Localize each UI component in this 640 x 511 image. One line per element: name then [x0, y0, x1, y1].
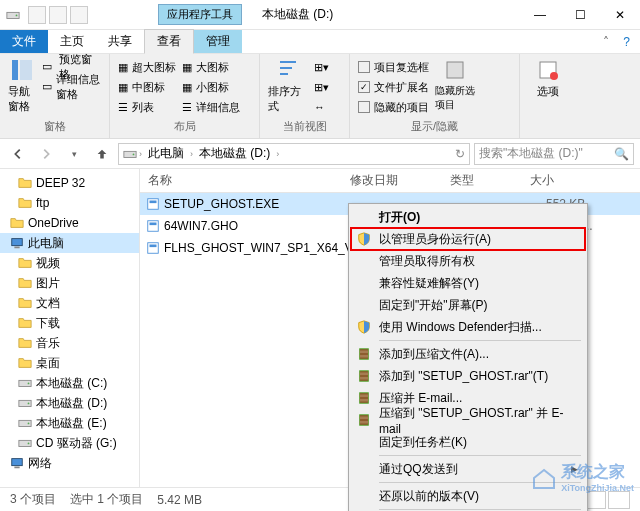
hide-selected-button[interactable]: 隐藏所选项目 — [435, 58, 475, 112]
col-size: 大小 — [530, 172, 640, 189]
svg-rect-11 — [447, 62, 463, 78]
tree-item[interactable]: 图片 — [0, 273, 139, 293]
tab-file[interactable]: 文件 — [0, 30, 48, 53]
layout-s-icons[interactable]: ▦小图标 — [182, 78, 240, 96]
qat-btn[interactable] — [49, 6, 67, 24]
nav-pane-icon — [10, 58, 34, 82]
qat-btn[interactable] — [28, 6, 46, 24]
column-headers[interactable]: 名称 修改日期 类型 大小 — [140, 169, 640, 193]
menu-item[interactable]: 添加到 "SETUP_GHOST.rar"(T) — [351, 365, 585, 387]
group-by[interactable]: ⊞▾ — [314, 58, 329, 76]
status-selected: 选中 1 个项目 — [70, 491, 143, 508]
tree-item[interactable]: ftp — [0, 193, 139, 213]
options-icon — [536, 58, 560, 82]
layout-xl-icons[interactable]: ▦超大图标 — [118, 58, 176, 76]
group-showhide-label: 显示/隐藏 — [358, 119, 511, 134]
group-layout-label: 布局 — [118, 119, 251, 134]
menu-item[interactable]: 固定到"开始"屏幕(P) — [351, 294, 585, 316]
hide-icon — [443, 58, 467, 82]
menu-item[interactable]: 以管理员身份运行(A) — [351, 228, 585, 250]
drive-icon — [18, 376, 32, 390]
refresh-icon[interactable]: ↻ — [455, 147, 465, 161]
svg-point-13 — [550, 72, 558, 80]
tree-item[interactable]: 本地磁盘 (C:) — [0, 373, 139, 393]
menu-item[interactable]: 使用 Windows Defender扫描... — [351, 316, 585, 338]
qat-btn[interactable] — [70, 6, 88, 24]
back-button[interactable] — [6, 142, 30, 166]
hidden-items[interactable]: 隐藏的项目 — [358, 98, 429, 116]
tree-item[interactable]: 文档 — [0, 293, 139, 313]
menu-item[interactable]: 打开(O) — [351, 206, 585, 228]
col-type: 类型 — [450, 172, 530, 189]
view-icons-button[interactable] — [608, 491, 630, 509]
options-button[interactable]: 选项 — [528, 58, 568, 99]
tree-item[interactable]: CD 驱动器 (G:) — [0, 433, 139, 453]
address-bar: ▾ › 此电脑 › 本地磁盘 (D:) › ↻ 搜索"本地磁盘 (D:)" 🔍 — [0, 139, 640, 169]
nav-pane-button[interactable]: 导航窗格 — [8, 58, 36, 114]
tree-item[interactable]: 网络 — [0, 453, 139, 473]
pc-icon — [10, 236, 24, 250]
search-input[interactable]: 搜索"本地磁盘 (D:)" 🔍 — [474, 143, 634, 165]
group-panes-label: 窗格 — [8, 119, 101, 134]
tree-item[interactable]: 桌面 — [0, 353, 139, 373]
rar-icon — [357, 413, 371, 427]
minimize-button[interactable]: — — [520, 1, 560, 29]
app-tools-tab: 应用程序工具 — [158, 4, 242, 25]
menu-item[interactable]: 添加到压缩文件(A)... — [351, 343, 585, 365]
details-pane-button[interactable]: ▭详细信息窗格 — [42, 78, 101, 96]
item-checkboxes[interactable]: 项目复选框 — [358, 58, 429, 76]
exe-icon — [146, 197, 160, 211]
watermark-icon — [531, 465, 557, 491]
size-columns[interactable]: ↔ — [314, 98, 329, 116]
tab-view[interactable]: 查看 — [144, 29, 194, 54]
layout-list[interactable]: ☰列表 — [118, 98, 176, 116]
add-columns[interactable]: ⊞▾ — [314, 78, 329, 96]
menu-item[interactable]: 固定到任务栏(K) — [351, 431, 585, 453]
close-button[interactable]: ✕ — [600, 1, 640, 29]
drive-icon — [6, 8, 20, 22]
ribbon-collapse-icon[interactable]: ˄ — [603, 35, 609, 49]
menu-separator — [379, 340, 581, 341]
tab-manage[interactable]: 管理 — [194, 30, 242, 53]
history-button[interactable]: ▾ — [62, 142, 86, 166]
drive-icon — [123, 147, 137, 161]
search-icon: 🔍 — [614, 147, 629, 161]
file-extensions[interactable]: ✓文件扩展名 — [358, 78, 429, 96]
tree-item[interactable]: 本地磁盘 (E:) — [0, 413, 139, 433]
svg-rect-9 — [12, 60, 18, 80]
tree-item[interactable]: 下载 — [0, 313, 139, 333]
forward-button[interactable] — [34, 142, 58, 166]
docs-icon — [18, 296, 32, 310]
crumb-drive[interactable]: 本地磁盘 (D:) — [195, 145, 274, 162]
breadcrumb[interactable]: › 此电脑 › 本地磁盘 (D:) › ↻ — [118, 143, 470, 165]
tab-share[interactable]: 共享 — [96, 30, 144, 53]
window-title: 本地磁盘 (D:) — [262, 6, 333, 23]
network-icon — [10, 456, 24, 470]
layout-m-icons[interactable]: ▦中图标 — [118, 78, 176, 96]
maximize-button[interactable]: ☐ — [560, 1, 600, 29]
help-icon[interactable]: ? — [623, 35, 630, 49]
tree-item[interactable]: 本地磁盘 (D:) — [0, 393, 139, 413]
menu-item[interactable]: 压缩到 "SETUP_GHOST.rar" 并 E-mail — [351, 409, 585, 431]
crumb-pc[interactable]: 此电脑 — [144, 145, 188, 162]
menu-separator — [379, 509, 581, 510]
rar-icon — [357, 391, 371, 405]
cd-icon — [18, 436, 32, 450]
up-button[interactable] — [90, 142, 114, 166]
rar-icon — [357, 369, 371, 383]
tab-home[interactable]: 主页 — [48, 30, 96, 53]
status-size: 5.42 MB — [157, 493, 202, 507]
tree-item[interactable]: 音乐 — [0, 333, 139, 353]
tree-item[interactable]: 此电脑 — [0, 233, 139, 253]
menu-item[interactable]: 兼容性疑难解答(Y) — [351, 272, 585, 294]
layout-l-icons[interactable]: ▦大图标 — [182, 58, 240, 76]
sort-button[interactable]: 排序方式 — [268, 58, 308, 114]
nav-tree[interactable]: DEEP 32ftpOneDrive此电脑视频图片文档下载音乐桌面本地磁盘 (C… — [0, 169, 140, 487]
menu-item[interactable]: 管理员取得所有权 — [351, 250, 585, 272]
tree-item[interactable]: 视频 — [0, 253, 139, 273]
tree-item[interactable]: OneDrive — [0, 213, 139, 233]
layout-details[interactable]: ☰详细信息 — [182, 98, 240, 116]
tree-item[interactable]: DEEP 32 — [0, 173, 139, 193]
ribbon: 导航窗格 ▭预览窗格 ▭详细信息窗格 窗格 ▦超大图标 ▦中图标 ☰列表 ▦大图… — [0, 54, 640, 139]
menu-separator — [379, 455, 581, 456]
